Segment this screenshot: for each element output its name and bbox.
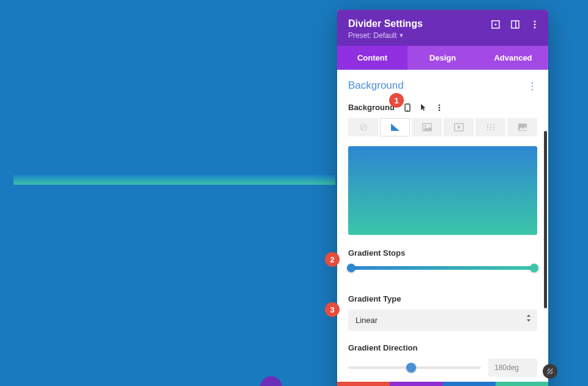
bottom-control-arc[interactable] [260,376,282,386]
panel-footer [337,382,548,386]
tab-bar: Content Design Advanced [337,46,548,70]
svg-line-13 [361,125,366,130]
expand-icon[interactable] [491,20,501,29]
redo-button[interactable] [443,382,496,386]
svg-point-25 [493,129,494,130]
background-option-row: Background [348,103,537,377]
svg-point-4 [534,21,536,23]
section-more-icon[interactable]: ⋯ [527,81,538,91]
callout-1: 1 [389,93,404,108]
svg-point-18 [490,124,491,125]
svg-point-19 [493,124,494,125]
background-label-row: Background [348,103,537,112]
gradient-stop-handle-end[interactable] [530,264,538,272]
gradient-direction-input[interactable] [488,358,537,377]
preset-selector[interactable]: Preset: Default ▼ [348,31,537,40]
gradient-type-select[interactable]: Linear [348,310,537,331]
svg-point-21 [490,127,491,128]
svg-point-5 [534,24,536,26]
bg-type-color-button[interactable] [348,118,378,136]
gradient-direction-slider[interactable] [348,366,481,369]
tab-design[interactable]: Design [408,46,478,70]
callout-2: 2 [325,252,340,267]
bg-type-video-button[interactable] [444,118,474,136]
svg-point-24 [490,129,491,130]
svg-point-1 [495,24,497,26]
panel-header: Divider Settings Preset: Default ▼ [337,10,548,46]
panel-layout-icon[interactable] [510,20,520,29]
section-background: Background ⋯ [348,80,537,92]
divider-settings-panel: Divider Settings Preset: Default ▼ Conte… [337,10,548,386]
svg-point-9 [439,104,441,106]
panel-content: Background ⋯ Background [337,70,548,382]
header-icon-group [491,20,540,29]
resize-handle[interactable] [543,364,557,379]
bg-type-pattern-button[interactable] [475,118,505,136]
select-arrows-icon [526,314,531,324]
background-type-selector [348,118,537,136]
gradient-direction-handle[interactable] [406,363,416,373]
gradient-stops-slider[interactable] [348,266,537,270]
bg-type-mask-button[interactable] [507,118,537,136]
svg-point-17 [487,124,488,125]
svg-point-6 [534,27,536,29]
gradient-direction-label: Gradient Direction [348,343,537,352]
canvas-divider-element[interactable] [13,175,335,185]
svg-point-8 [407,109,408,111]
gradient-type-value: Linear [355,316,378,325]
gradient-stop-handle-start[interactable] [347,264,355,272]
save-button[interactable] [496,382,548,386]
svg-point-20 [487,127,488,128]
phone-icon[interactable] [403,103,412,112]
callout-3: 3 [325,302,340,317]
svg-point-11 [439,109,441,111]
close-button[interactable] [337,382,390,386]
svg-point-23 [487,129,488,130]
gradient-type-label: Gradient Type [348,294,537,303]
tab-content[interactable]: Content [337,46,408,70]
tab-advanced[interactable]: Advanced [478,46,548,70]
background-label: Background [348,103,395,112]
responsive-icons [403,103,444,112]
cursor-icon[interactable] [419,103,428,112]
bg-type-image-button[interactable] [412,118,442,136]
preset-label: Preset: Default [348,31,396,40]
undo-button[interactable] [390,382,442,386]
chevron-down-icon: ▼ [398,32,404,39]
gradient-preview[interactable] [348,146,537,235]
option-more-icon[interactable] [435,103,444,112]
gradient-direction-row [348,358,537,377]
more-icon[interactable] [530,20,540,29]
scrollbar[interactable] [544,131,547,308]
svg-point-22 [493,127,494,128]
svg-point-15 [424,125,426,127]
bg-type-gradient-button[interactable] [380,118,410,136]
gradient-stops-label: Gradient Stops [348,248,537,258]
svg-rect-2 [512,21,519,28]
section-title-text: Background [348,80,404,92]
svg-point-10 [439,106,441,108]
